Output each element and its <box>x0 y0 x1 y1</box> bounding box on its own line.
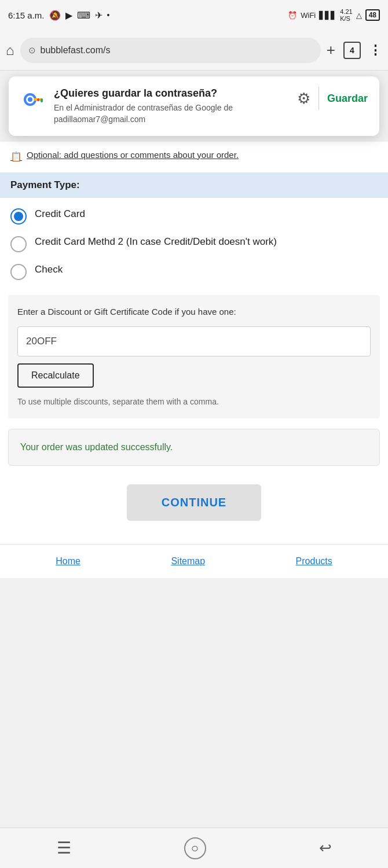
payment-option-credit-card[interactable]: Credit Card <box>10 207 378 225</box>
back-nav-icon[interactable]: ↩ <box>319 839 332 857</box>
popup-content: ¿Quieres guardar la contraseña? En el Ad… <box>54 87 289 126</box>
status-time: 6:15 a.m. <box>8 10 45 20</box>
recalculate-button[interactable]: Recalculate <box>17 363 94 388</box>
menu-nav-icon[interactable]: ☰ <box>57 838 71 858</box>
svg-rect-4 <box>37 98 39 101</box>
home-icon[interactable]: ⌂ <box>6 42 14 58</box>
google-key-icon <box>20 87 46 112</box>
svg-rect-3 <box>41 98 43 102</box>
footer-links: Home Sitemap Products <box>0 544 388 578</box>
alarm-icon: ⏰ <box>288 11 297 20</box>
radio-circle-credit-card-2 <box>10 236 27 252</box>
wifi-icon: WiFi <box>301 11 316 20</box>
telegram-icon: ✈ <box>95 10 103 21</box>
payment-option-check[interactable]: Check <box>10 263 378 280</box>
password-save-popup: ¿Quieres guardar la contraseña? En el Ad… <box>9 76 379 136</box>
optional-link[interactable]: 📋 Optional: add questions or comments ab… <box>10 150 378 162</box>
battery-indicator: 48 <box>365 9 380 21</box>
keyboard-icon: ⌨ <box>77 10 90 21</box>
url-bar[interactable]: ⊙ bubblefast.com/s <box>20 38 321 63</box>
notification-icon: 🔕 <box>49 10 61 21</box>
continue-section: CONTINUE <box>0 476 388 538</box>
credit-card-2-label: Credit Card Methd 2 (In case Credit/Debi… <box>35 235 277 249</box>
payment-type-header: Payment Type: <box>0 172 388 198</box>
discount-code-input[interactable] <box>17 326 371 356</box>
data-speed: 4.21K/S <box>340 8 352 22</box>
discount-hint: To use multiple discounts, separate them… <box>17 396 371 408</box>
home-nav-icon[interactable]: ○ <box>184 837 206 859</box>
add-tab-icon[interactable]: + <box>327 41 335 59</box>
popup-title: ¿Quieres guardar la contraseña? <box>54 87 289 100</box>
triangle-icon: △ <box>356 11 362 20</box>
main-content: 📋 Optional: add questions or comments ab… <box>0 142 388 579</box>
tab-count[interactable]: 4 <box>343 42 361 59</box>
radio-circle-check <box>10 264 27 280</box>
settings-icon[interactable]: ⚙ <box>297 90 310 108</box>
credit-card-label: Credit Card <box>35 207 85 221</box>
radio-inner-credit-card <box>14 212 23 221</box>
footer-products-link[interactable]: Products <box>296 556 332 567</box>
status-bar: 6:15 a.m. 🔕 ▶ ⌨ ✈ • ⏰ WiFi ▋▋▋ 4.21K/S △… <box>0 0 388 30</box>
payment-options: Credit Card Credit Card Methd 2 (In case… <box>0 198 388 289</box>
divider <box>319 87 319 110</box>
url-icon: ⊙ <box>28 45 36 56</box>
bottom-nav: ☰ ○ ↩ <box>0 827 388 868</box>
svg-point-1 <box>28 97 32 102</box>
more-options-icon[interactable]: ⋮ <box>369 43 382 58</box>
footer-sitemap-link[interactable]: Sitemap <box>171 556 205 567</box>
dot-icon: • <box>107 10 110 20</box>
success-text: Your order was updated successfully. <box>20 442 173 452</box>
check-label: Check <box>35 263 63 277</box>
browser-bar: ⌂ ⊙ bubblefast.com/s + 4 ⋮ <box>0 30 388 71</box>
discount-section: Enter a Discount or Gift Certificate Cod… <box>8 295 380 419</box>
radio-circle-credit-card <box>10 208 27 225</box>
optional-link-section: 📋 Optional: add questions or comments ab… <box>0 142 388 162</box>
note-icon: 📋 <box>10 151 22 162</box>
signal-icon: ▋▋▋ <box>319 11 336 20</box>
payment-option-credit-card-2[interactable]: Credit Card Methd 2 (In case Credit/Debi… <box>10 235 378 252</box>
payment-type-label: Payment Type: <box>10 179 80 190</box>
optional-link-text: Optional: add questions or comments abou… <box>27 150 239 160</box>
url-text: bubblefast.com/s <box>41 45 111 56</box>
success-message: Your order was updated successfully. <box>8 429 380 466</box>
youtube-icon: ▶ <box>65 10 72 21</box>
popup-subtitle: En el Administrador de contraseñas de Go… <box>54 102 289 125</box>
save-password-button[interactable]: Guardar <box>327 93 368 105</box>
footer-home-link[interactable]: Home <box>56 556 80 567</box>
continue-button[interactable]: CONTINUE <box>127 484 261 521</box>
discount-label: Enter a Discount or Gift Certificate Cod… <box>17 306 371 319</box>
